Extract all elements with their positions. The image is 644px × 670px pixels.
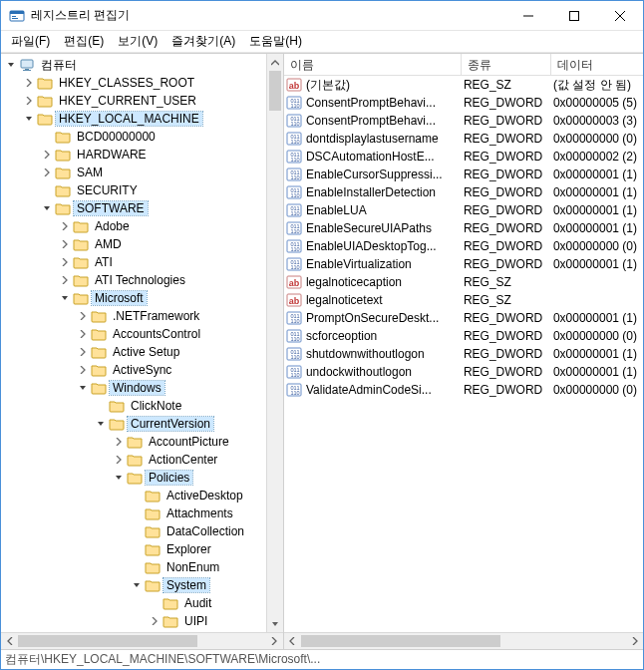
- tree-item-windows[interactable]: Windows: [75, 379, 283, 397]
- expand-icon[interactable]: [111, 434, 127, 450]
- col-data[interactable]: 데이터: [551, 54, 643, 75]
- tree-vscrollbar[interactable]: [266, 54, 283, 632]
- expand-icon[interactable]: [75, 326, 91, 342]
- value-row[interactable]: DSCAutomationHostE...REG_DWORD0x00000002…: [284, 148, 643, 166]
- expand-icon[interactable]: [111, 452, 127, 468]
- expand-icon[interactable]: [75, 362, 91, 378]
- col-name[interactable]: 이름: [284, 54, 462, 75]
- expand-icon[interactable]: [57, 272, 73, 288]
- expand-icon[interactable]: [111, 470, 127, 486]
- value-row[interactable]: dontdisplaylastusernameREG_DWORD0x000000…: [284, 130, 643, 148]
- value-row[interactable]: ConsentPromptBehavi...REG_DWORD0x0000000…: [284, 112, 643, 130]
- scroll-right-icon[interactable]: [266, 633, 283, 650]
- tree-item[interactable]: ClickNote: [93, 397, 283, 415]
- value-row[interactable]: EnableInstallerDetectionREG_DWORD0x00000…: [284, 183, 643, 201]
- expand-icon[interactable]: [21, 75, 37, 91]
- tree-item[interactable]: BCD00000000: [39, 128, 283, 146]
- value-row[interactable]: EnableSecureUIAPathsREG_DWORD0x00000001 …: [284, 219, 643, 237]
- tree-item-system[interactable]: System: [129, 576, 283, 594]
- maximize-button[interactable]: [551, 1, 597, 31]
- scroll-right-icon[interactable]: [626, 633, 643, 650]
- value-row[interactable]: PromptOnSecureDeskt...REG_DWORD0x0000000…: [284, 309, 643, 327]
- scroll-thumb[interactable]: [301, 635, 500, 647]
- value-row[interactable]: scforceoptionREG_DWORD0x00000000 (0): [284, 327, 643, 345]
- value-row[interactable]: undockwithoutlogonREG_DWORD0x00000001 (1…: [284, 363, 643, 381]
- scroll-down-icon[interactable]: [267, 615, 283, 632]
- value-row[interactable]: EnableVirtualizationREG_DWORD0x00000001 …: [284, 255, 643, 273]
- tree-item[interactable]: AMD: [57, 235, 283, 253]
- value-row[interactable]: EnableCursorSuppressi...REG_DWORD0x00000…: [284, 166, 643, 183]
- value-list[interactable]: (기본값)REG_SZ(값 설정 안 됨)ConsentPromptBehavi…: [284, 76, 643, 632]
- expand-icon[interactable]: [93, 416, 109, 432]
- tree-item[interactable]: ActionCenter: [111, 451, 283, 469]
- scroll-thumb[interactable]: [269, 71, 281, 111]
- tree-item[interactable]: AccountsControl: [75, 325, 283, 343]
- expand-icon[interactable]: [57, 218, 73, 234]
- expand-icon[interactable]: [39, 200, 55, 216]
- menu-help[interactable]: 도움말(H): [243, 31, 308, 52]
- expand-icon[interactable]: [75, 344, 91, 360]
- tree-item[interactable]: SAM: [39, 164, 283, 181]
- tree-item[interactable]: ActiveSync: [75, 361, 283, 379]
- tree-item-hkcu[interactable]: HKEY_CURRENT_USER: [21, 92, 283, 110]
- tree-item-policies[interactable]: Policies: [111, 469, 283, 487]
- tree-hscrollbar[interactable]: [1, 632, 283, 649]
- tree-item[interactable]: HARDWARE: [39, 146, 283, 164]
- menu-file[interactable]: 파일(F): [5, 31, 56, 52]
- tree-item[interactable]: AccountPicture: [111, 433, 283, 451]
- scroll-up-icon[interactable]: [267, 54, 283, 71]
- tree-item[interactable]: ATI Technologies: [57, 271, 283, 289]
- expand-icon[interactable]: [129, 577, 145, 593]
- expand-icon[interactable]: [57, 290, 73, 306]
- expand-icon[interactable]: [21, 93, 37, 109]
- tree-item-currentversion[interactable]: CurrentVersion: [93, 415, 283, 433]
- menu-edit[interactable]: 편집(E): [58, 31, 110, 52]
- scroll-left-icon[interactable]: [1, 633, 18, 650]
- scroll-left-icon[interactable]: [284, 633, 301, 650]
- tree-item[interactable]: SECURITY: [39, 181, 283, 199]
- menu-view[interactable]: 보기(V): [112, 31, 163, 52]
- value-row[interactable]: ConsentPromptBehavi...REG_DWORD0x0000000…: [284, 94, 643, 112]
- tree-item[interactable]: Audit: [147, 594, 283, 612]
- value-row[interactable]: ValidateAdminCodeSi...REG_DWORD0x0000000…: [284, 381, 643, 399]
- tree-item[interactable]: ActiveDesktop: [129, 487, 283, 504]
- tree-item-computer[interactable]: 컴퓨터: [3, 56, 283, 74]
- expand-icon[interactable]: [3, 57, 19, 73]
- tree-item[interactable]: ATI: [57, 253, 283, 271]
- tree-item-hkcr[interactable]: HKEY_CLASSES_ROOT: [21, 74, 283, 92]
- expand-icon[interactable]: [39, 165, 55, 180]
- value-row[interactable]: legalnoticecaptionREG_SZ: [284, 273, 643, 291]
- expand-icon[interactable]: [75, 380, 91, 396]
- value-row[interactable]: shutdownwithoutlogonREG_DWORD0x00000001 …: [284, 345, 643, 363]
- expand-icon[interactable]: [75, 308, 91, 324]
- expand-icon[interactable]: [57, 254, 73, 270]
- list-hscrollbar[interactable]: [284, 632, 643, 649]
- expand-icon[interactable]: [147, 613, 162, 629]
- tree-item[interactable]: Adobe: [57, 217, 283, 235]
- tree-item[interactable]: UIPI: [147, 612, 283, 630]
- tree-scroll[interactable]: 컴퓨터 HKEY_CLASSES_ROOT HKEY_CURRENT_USER …: [1, 54, 283, 632]
- close-button[interactable]: [597, 1, 643, 31]
- minimize-button[interactable]: [505, 1, 551, 31]
- menu-favorites[interactable]: 즐겨찾기(A): [165, 31, 241, 52]
- tree-item[interactable]: DataCollection: [129, 522, 283, 540]
- value-row[interactable]: legalnoticetextREG_SZ: [284, 291, 643, 309]
- col-type[interactable]: 종류: [462, 54, 551, 75]
- tree-item-microsoft[interactable]: Microsoft: [57, 289, 283, 307]
- value-name: EnableUIADesktopTog...: [306, 239, 464, 253]
- value-row[interactable]: EnableUIADesktopTog...REG_DWORD0x0000000…: [284, 237, 643, 255]
- tree-item[interactable]: Explorer: [129, 540, 283, 558]
- tree-item[interactable]: NonEnum: [129, 558, 283, 576]
- tree-item-hklm[interactable]: HKEY_LOCAL_MACHINE: [21, 110, 283, 128]
- expand-icon[interactable]: [57, 236, 73, 252]
- tree-item[interactable]: Attachments: [129, 504, 283, 522]
- titlebar[interactable]: 레지스트리 편집기: [1, 1, 643, 31]
- value-row[interactable]: (기본값)REG_SZ(값 설정 안 됨): [284, 76, 643, 94]
- scroll-thumb[interactable]: [18, 635, 197, 647]
- tree-item-software[interactable]: SOFTWARE: [39, 199, 283, 217]
- expand-icon[interactable]: [39, 147, 55, 163]
- tree-item[interactable]: .NETFramework: [75, 307, 283, 325]
- tree-item[interactable]: Active Setup: [75, 343, 283, 361]
- expand-icon[interactable]: [21, 111, 37, 127]
- value-row[interactable]: EnableLUAREG_DWORD0x00000001 (1): [284, 201, 643, 219]
